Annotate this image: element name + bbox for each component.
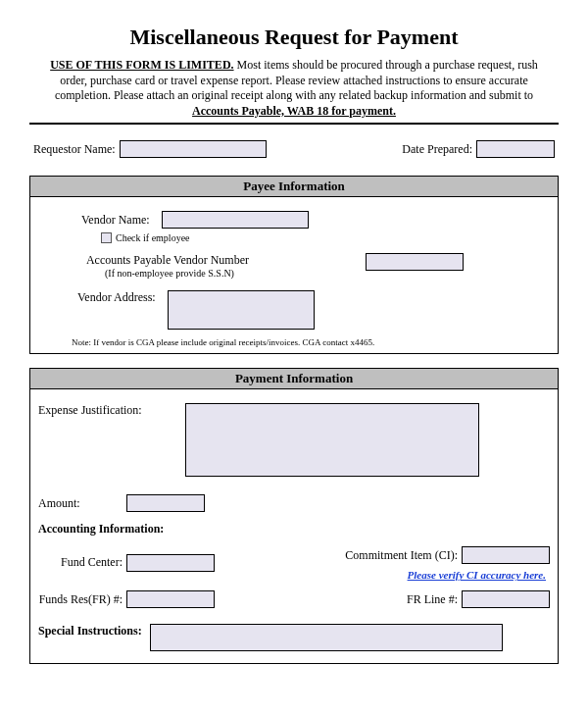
intro-tail: Accounts Payable, WAB 18 for payment.: [192, 104, 396, 118]
fund-center-input[interactable]: [126, 554, 215, 572]
vendor-address-label: Vendor Address:: [77, 290, 160, 305]
apvn-input[interactable]: [366, 253, 464, 271]
date-input[interactable]: [476, 140, 555, 158]
commitment-label: Commitment Item (CI):: [345, 548, 462, 563]
vendor-name-label: Vendor Name:: [81, 213, 154, 228]
verify-ci-link[interactable]: Please verify CI accuracy here.: [408, 569, 546, 581]
apvn-label: Accounts Payable Vendor Number: [72, 253, 268, 268]
amount-label: Amount:: [38, 496, 97, 511]
expense-input[interactable]: [185, 403, 479, 477]
expense-label: Expense Justification:: [38, 403, 156, 418]
fr-line-label: FR Line #:: [407, 592, 462, 607]
requestor-label: Requestor Name:: [33, 142, 120, 157]
funds-res-label: Funds Res(FR) #:: [38, 592, 126, 607]
commitment-input[interactable]: [462, 546, 550, 564]
special-input[interactable]: [150, 624, 503, 651]
amount-input[interactable]: [126, 494, 205, 512]
intro-lead: USE OF THIS FORM IS LIMITED.: [50, 58, 233, 72]
payment-section: Payment Information Expense Justificatio…: [29, 368, 559, 664]
special-label: Special Instructions:: [38, 624, 146, 639]
vendor-address-input[interactable]: [168, 290, 315, 330]
requestor-input[interactable]: [120, 140, 267, 158]
payee-section: Payee Information Vendor Name: Check if …: [29, 176, 559, 354]
date-row: Date Prepared:: [402, 140, 555, 158]
apvn-sub: (If non-employee provide S.S.N): [72, 268, 268, 279]
accounting-label: Accounting Information:: [38, 522, 164, 537]
fr-line-input[interactable]: [462, 590, 550, 608]
payment-header: Payment Information: [30, 369, 558, 389]
fund-center-label: Fund Center:: [38, 555, 126, 570]
payee-header: Payee Information: [30, 177, 558, 197]
requestor-row: Requestor Name:: [33, 140, 267, 158]
employee-checkbox-label: Check if employee: [112, 232, 194, 243]
intro-text: USE OF THIS FORM IS LIMITED. Most items …: [39, 58, 549, 119]
page-title: Miscellaneous Request for Payment: [29, 25, 559, 50]
employee-checkbox[interactable]: [101, 232, 112, 243]
funds-res-input[interactable]: [126, 590, 215, 608]
payee-note: Note: If vendor is CGA please include or…: [42, 333, 546, 347]
divider: [29, 123, 559, 125]
vendor-name-input[interactable]: [162, 211, 309, 229]
date-label: Date Prepared:: [402, 142, 476, 157]
